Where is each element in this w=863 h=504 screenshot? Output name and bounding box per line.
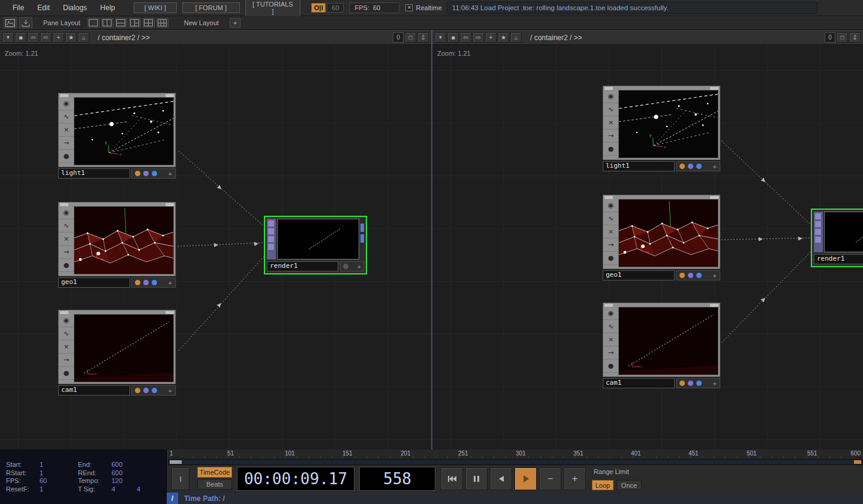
graph-flag-icon[interactable]: ∿ [59,327,74,340]
decrement-frame-button[interactable]: − [539,467,561,490]
once-button[interactable]: Once [617,480,642,490]
bypass-flag-icon[interactable]: × [59,123,74,137]
color-dot-orange[interactable] [679,381,685,386]
node-viewer[interactable] [74,206,174,274]
node-name-field[interactable]: render1 [267,261,338,271]
bypass-flag-icon[interactable]: × [603,333,618,346]
export-flag-icon[interactable]: → [59,354,74,367]
color-dot-orange[interactable] [135,280,140,285]
node-cam1[interactable]: ◉ ∿ × → ● cam1 [603,303,720,388]
maximize-pane-icon[interactable]: □ [405,32,416,43]
bypass-flag-icon[interactable] [815,229,821,235]
bypass-flag-icon[interactable] [268,236,274,242]
tempo-value[interactable]: 120 [112,477,137,485]
expand-flags-button[interactable]: + [169,387,172,394]
collapse-pane-icon[interactable]: ⇩ [417,32,429,43]
network-editor-right[interactable]: Zoom: 1.21 ◉ ∿ × → ● [432,45,863,449]
expand-flags-button[interactable]: + [169,170,172,177]
bookmark-star-icon[interactable]: ★ [498,32,509,43]
node-viewer[interactable]: y x [618,90,718,158]
fps-field[interactable]: FPS: 60 [349,2,399,13]
output-connector[interactable] [360,224,364,232]
bookmark-star-icon[interactable]: ★ [65,32,77,43]
export-flag-icon[interactable]: → [59,246,74,259]
node-connector-bar[interactable] [58,93,176,97]
node-name-field[interactable]: geo1 [58,277,130,288]
end-value[interactable]: 600 [112,461,137,469]
color-dot-orange[interactable] [679,273,685,278]
node-connector-bar[interactable] [603,86,720,90]
menu-edit[interactable]: Edit [31,4,56,12]
node-viewer[interactable] [618,307,718,375]
pane-menu-dropdown-icon[interactable]: ▼ [2,32,14,43]
display-flag-icon[interactable]: ◉ [59,314,74,327]
pause-button[interactable] [465,467,488,490]
display-flag-icon[interactable]: ◉ [59,206,74,219]
layout-preset-quad[interactable] [143,18,155,28]
node-viewer[interactable] [277,219,359,259]
pane-divider[interactable] [431,30,432,449]
increment-frame-button[interactable]: + [564,467,586,490]
render-flag-icon[interactable]: ● [59,259,74,272]
pane-number-field[interactable]: 0 [393,32,404,43]
node-name-field[interactable]: geo1 [603,270,675,280]
color-dot-orange[interactable] [135,171,140,176]
color-dot-purple[interactable] [143,388,149,393]
color-dot-blue[interactable] [152,171,157,176]
display-flag-icon[interactable]: ◉ [603,307,618,320]
node-geo1[interactable]: ◉ ∿ × → ● [58,202,176,288]
node-light1[interactable]: ◉ ∿ × → ● [58,93,176,179]
node-render1-selected[interactable]: render1 + [264,216,367,274]
tsig-value-denominator[interactable]: 4 [137,485,155,494]
home-icon[interactable]: ⌂ [78,32,89,43]
node-name-field[interactable]: light1 [603,161,675,171]
wiki-button[interactable]: [ WIKI ] [134,2,177,13]
color-dot-gray[interactable] [343,264,348,269]
color-dot-purple[interactable] [688,381,693,386]
expand-flags-button[interactable]: + [713,380,717,387]
export-flag-icon[interactable] [268,244,274,250]
color-dot-purple[interactable] [688,164,693,169]
tsig-value-numerator[interactable]: 4 [112,485,137,494]
color-dot-orange[interactable] [135,388,140,393]
node-connector-bar[interactable] [58,310,176,314]
bypass-flag-icon[interactable]: × [603,225,618,239]
pane-add-icon[interactable]: + [485,32,497,43]
color-dot-blue[interactable] [696,273,702,278]
menu-file[interactable]: File [6,4,31,12]
timeline-scrollbar[interactable] [168,459,863,465]
pane-add-icon[interactable]: + [53,32,64,43]
save-layout-icon[interactable] [19,17,32,28]
breadcrumb[interactable]: / container2 / >> [530,34,582,42]
display-flag-icon[interactable]: ◉ [603,199,618,212]
node-render1-selected[interactable]: render1 + [811,209,863,267]
display-flag-icon[interactable]: ◉ [603,90,618,103]
menu-dialogs[interactable]: Dialogs [56,4,94,12]
export-flag-icon[interactable]: → [603,239,618,252]
node-light1[interactable]: ◉ ∿ × → ● [603,86,720,171]
color-dot-blue[interactable] [696,164,702,169]
realtime-checkbox[interactable]: × [405,4,413,11]
node-viewer[interactable]: y x [74,97,174,165]
maximize-pane-icon[interactable]: □ [837,32,848,43]
bypass-flag-icon[interactable]: × [59,340,74,354]
pane-menu-dropdown-icon[interactable]: ▼ [435,32,446,43]
realtime-toggle[interactable]: × Realtime [405,4,441,11]
color-dot-orange[interactable] [679,164,685,169]
rewind-to-start-button[interactable] [441,467,463,490]
step-back-button[interactable] [490,467,512,490]
color-dot-blue[interactable] [696,381,702,386]
color-dot-blue[interactable] [152,280,157,285]
oi-toggle[interactable]: O|I [311,3,326,13]
node-cam1[interactable]: ◉ ∿ × → ● cam1 [58,310,176,396]
output-connector[interactable] [360,234,364,243]
timeline-ruler[interactable]: 1 51 101 151 201 251 301 351 401 451 501… [168,449,863,458]
node-viewer[interactable] [824,212,863,252]
graph-flag-icon[interactable]: ∿ [603,103,618,116]
loop-button[interactable]: Loop [592,480,614,490]
layout-preset-left-two[interactable] [129,18,141,28]
home-icon[interactable]: ⌂ [510,32,522,43]
start-value[interactable]: 1 [40,461,78,469]
history-forward-icon[interactable]: ⇨ [40,32,52,43]
graph-flag-icon[interactable] [268,228,274,234]
